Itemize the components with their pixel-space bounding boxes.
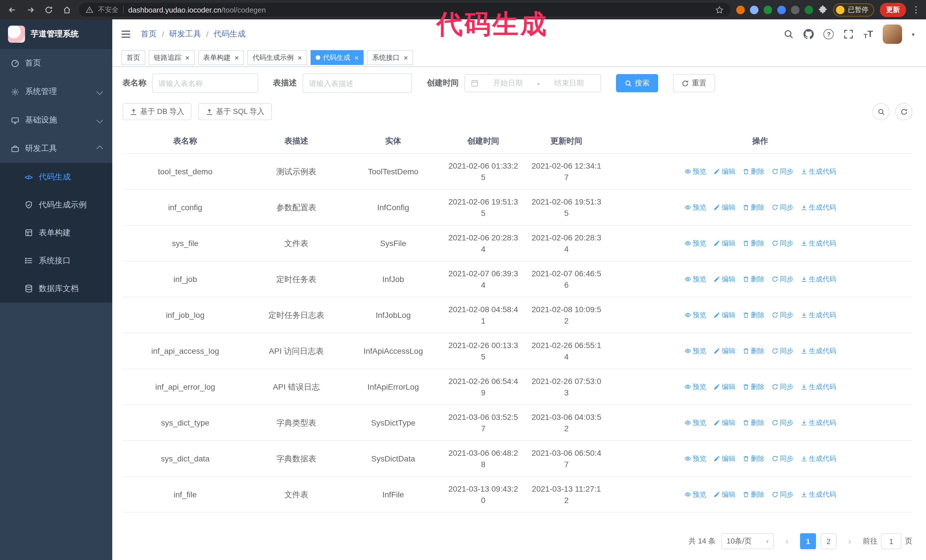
update-button[interactable]: 更新 bbox=[880, 3, 906, 17]
sidebar-logo[interactable]: 芋道管理系统 bbox=[0, 20, 112, 49]
action-edit-link[interactable]: 编辑 bbox=[713, 489, 735, 500]
action-preview-link[interactable]: 预览 bbox=[684, 417, 706, 428]
action-sync-link[interactable]: 同步 bbox=[771, 489, 793, 500]
tab-close-icon[interactable]: × bbox=[298, 54, 302, 61]
refresh-table-button[interactable] bbox=[895, 103, 912, 120]
tab-链路追踪[interactable]: 链路追踪× bbox=[149, 50, 195, 65]
action-generate-link[interactable]: 生成代码 bbox=[800, 417, 836, 428]
action-sync-link[interactable]: 同步 bbox=[771, 237, 793, 249]
action-delete-link[interactable]: 删除 bbox=[742, 201, 764, 213]
action-generate-link[interactable]: 生成代码 bbox=[800, 273, 836, 285]
action-sync-link[interactable]: 同步 bbox=[771, 453, 793, 464]
browser-menu-icon[interactable]: ⋮ bbox=[912, 5, 920, 15]
page-button-1[interactable]: 1 bbox=[800, 533, 816, 549]
sidebar-item-devtools[interactable]: 研发工具 bbox=[0, 134, 112, 163]
action-edit-link[interactable]: 编辑 bbox=[713, 381, 735, 392]
font-size-icon[interactable]: TT bbox=[864, 29, 873, 39]
action-sync-link[interactable]: 同步 bbox=[771, 201, 793, 213]
sidebar-item-db-doc[interactable]: 数据库文档 bbox=[0, 275, 112, 302]
hamburger-icon[interactable] bbox=[120, 29, 132, 40]
sidebar-item-system[interactable]: 系统管理 bbox=[0, 77, 112, 106]
bookmark-star-icon[interactable] bbox=[715, 5, 724, 14]
table-desc-input[interactable] bbox=[303, 74, 412, 93]
action-sync-link[interactable]: 同步 bbox=[771, 345, 793, 356]
toggle-search-button[interactable] bbox=[872, 103, 890, 120]
address-bar[interactable]: 不安全 dashboard.yudao.iocoder.cn/tool/code… bbox=[79, 3, 731, 17]
extension-icon-1[interactable] bbox=[736, 5, 745, 14]
search-icon[interactable] bbox=[784, 29, 794, 39]
action-delete-link[interactable]: 删除 bbox=[742, 489, 764, 500]
page-button-2[interactable]: 2 bbox=[820, 533, 837, 549]
back-icon[interactable] bbox=[6, 3, 18, 16]
action-generate-link[interactable]: 生成代码 bbox=[800, 489, 836, 500]
action-delete-link[interactable]: 删除 bbox=[742, 237, 764, 249]
action-edit-link[interactable]: 编辑 bbox=[713, 309, 735, 320]
action-delete-link[interactable]: 删除 bbox=[742, 381, 764, 392]
action-generate-link[interactable]: 生成代码 bbox=[800, 166, 836, 177]
import-sql-button[interactable]: 基于 SQL 导入 bbox=[198, 103, 272, 120]
action-sync-link[interactable]: 同步 bbox=[771, 309, 793, 320]
prev-page-button[interactable]: ‹ bbox=[779, 533, 794, 549]
tab-close-icon[interactable]: × bbox=[185, 54, 189, 61]
action-edit-link[interactable]: 编辑 bbox=[713, 166, 735, 177]
action-sync-link[interactable]: 同步 bbox=[771, 166, 793, 177]
search-button[interactable]: 搜索 bbox=[616, 74, 658, 92]
tab-close-icon[interactable]: × bbox=[235, 54, 239, 61]
table-name-input[interactable] bbox=[152, 74, 258, 93]
action-sync-link[interactable]: 同步 bbox=[771, 417, 793, 428]
action-edit-link[interactable]: 编辑 bbox=[713, 453, 735, 464]
tab-close-icon[interactable]: × bbox=[354, 54, 359, 61]
action-generate-link[interactable]: 生成代码 bbox=[800, 453, 836, 464]
avatar[interactable] bbox=[883, 24, 902, 44]
tab-close-icon[interactable]: × bbox=[404, 54, 408, 61]
action-edit-link[interactable]: 编辑 bbox=[713, 345, 735, 356]
action-edit-link[interactable]: 编辑 bbox=[713, 201, 735, 213]
action-delete-link[interactable]: 删除 bbox=[742, 453, 764, 464]
security-label[interactable]: 不安全 bbox=[98, 5, 118, 15]
sidebar-item-infra[interactable]: 基础设施 bbox=[0, 106, 112, 134]
action-sync-link[interactable]: 同步 bbox=[771, 381, 793, 392]
forward-icon[interactable] bbox=[24, 3, 36, 16]
action-delete-link[interactable]: 删除 bbox=[742, 166, 764, 177]
extension-icon-4[interactable] bbox=[777, 5, 786, 14]
tab-表单构建[interactable]: 表单构建× bbox=[198, 50, 244, 65]
action-generate-link[interactable]: 生成代码 bbox=[800, 237, 836, 249]
action-edit-link[interactable]: 编辑 bbox=[713, 237, 735, 249]
reload-icon[interactable] bbox=[42, 3, 55, 16]
extensions-puzzle-icon[interactable] bbox=[818, 5, 828, 14]
paused-badge[interactable]: 已暂停 bbox=[833, 3, 874, 16]
action-generate-link[interactable]: 生成代码 bbox=[800, 381, 836, 392]
tab-系统接口[interactable]: 系统接口× bbox=[367, 50, 413, 65]
fullscreen-icon[interactable] bbox=[844, 29, 854, 39]
extension-icon-2[interactable] bbox=[750, 5, 758, 14]
breadcrumb-devtools[interactable]: 研发工具 bbox=[169, 29, 201, 39]
sidebar-item-form-builder[interactable]: 表单构建 bbox=[0, 219, 112, 247]
action-generate-link[interactable]: 生成代码 bbox=[800, 309, 836, 320]
action-delete-link[interactable]: 删除 bbox=[742, 417, 764, 428]
action-preview-link[interactable]: 预览 bbox=[684, 237, 706, 249]
action-preview-link[interactable]: 预览 bbox=[684, 166, 706, 177]
extension-icon-6[interactable] bbox=[805, 5, 813, 14]
action-preview-link[interactable]: 预览 bbox=[684, 309, 706, 320]
action-delete-link[interactable]: 删除 bbox=[742, 345, 764, 356]
tab-代码生成示例[interactable]: 代码生成示例× bbox=[247, 50, 307, 65]
sidebar-item-home[interactable]: 首页 bbox=[0, 49, 112, 77]
action-preview-link[interactable]: 预览 bbox=[684, 273, 706, 285]
action-preview-link[interactable]: 预览 bbox=[684, 489, 706, 500]
action-preview-link[interactable]: 预览 bbox=[684, 453, 706, 464]
action-generate-link[interactable]: 生成代码 bbox=[800, 345, 836, 356]
date-end-input[interactable]: 结束日期 bbox=[543, 78, 595, 88]
action-edit-link[interactable]: 编辑 bbox=[713, 417, 735, 428]
reset-button[interactable]: 重置 bbox=[673, 74, 715, 92]
action-preview-link[interactable]: 预览 bbox=[684, 345, 706, 356]
page-size-select[interactable]: 10条/页 ▾ bbox=[722, 533, 774, 549]
breadcrumb-home[interactable]: 首页 bbox=[141, 29, 157, 39]
action-delete-link[interactable]: 删除 bbox=[742, 309, 764, 320]
sidebar-item-api[interactable]: 系统接口 bbox=[0, 247, 112, 275]
extension-icon-5[interactable] bbox=[791, 5, 799, 14]
action-edit-link[interactable]: 编辑 bbox=[713, 273, 735, 285]
next-page-button[interactable]: › bbox=[842, 533, 857, 549]
help-icon[interactable]: ? bbox=[824, 29, 834, 39]
tab-代码生成[interactable]: 代码生成× bbox=[310, 50, 364, 65]
import-db-button[interactable]: 基于 DB 导入 bbox=[123, 103, 192, 120]
